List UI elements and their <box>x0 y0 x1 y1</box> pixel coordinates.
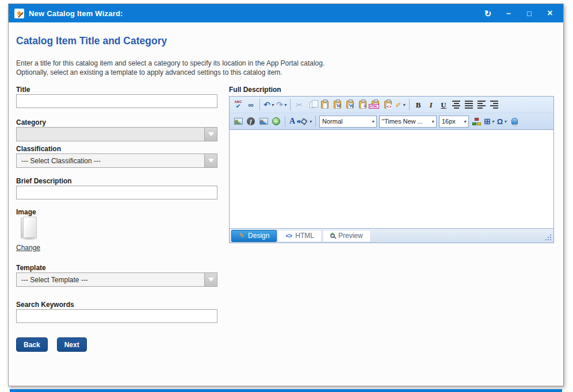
media-manager-button[interactable] <box>257 115 270 128</box>
dropdown-caret-icon: ▾ <box>504 119 506 124</box>
paragraph-style-dropdown[interactable]: Normal ▾ <box>319 116 377 128</box>
tab-html-label: HTML <box>295 232 314 240</box>
justify-button[interactable] <box>463 98 475 111</box>
toolbar-separator <box>259 99 260 110</box>
editor-mode-bar: ✎ Design <> HTML + Preview <box>230 229 553 243</box>
font-name-dropdown[interactable]: "Times New ... ▾ <box>379 116 437 128</box>
globe-link-icon: ∞ <box>272 117 280 125</box>
align-right-button[interactable] <box>488 98 501 111</box>
underline-icon: U <box>441 101 446 109</box>
hyperlink-manager-button[interactable]: ∞ <box>270 115 282 128</box>
underline-button[interactable]: U <box>437 98 450 111</box>
table-icon: ⊞ <box>484 117 491 125</box>
align-left-icon <box>478 101 486 109</box>
editor-content-area[interactable] <box>230 130 553 229</box>
bottom-window-edge <box>10 389 562 392</box>
dropdown-caret-icon: ▾ <box>284 102 286 107</box>
tab-design[interactable]: ✎ Design <box>231 230 277 242</box>
wizard-app-icon: ★ <box>14 9 24 18</box>
intro-text: Enter a title for this catalog item and … <box>16 59 324 77</box>
copy-button[interactable] <box>305 98 318 111</box>
intro-line-1: Enter a title for this catalog item and … <box>16 59 324 68</box>
search-keywords-input[interactable] <box>16 309 217 323</box>
align-center-button[interactable] <box>450 98 463 111</box>
insert-table-button[interactable]: ⊞▾ <box>483 115 495 128</box>
paste-icon <box>321 101 328 109</box>
paste-from-word-strip-button[interactable]: W <box>343 98 356 111</box>
editor-toolbar: ABC ✔ ∞ ↶▾ ↷▾ ✂ W W ≡ HTM <box>230 97 553 130</box>
paste-as-html-button[interactable]: HTML <box>369 98 381 111</box>
maximize-button[interactable]: □ <box>525 10 533 17</box>
template-select[interactable]: --- Select Template --- <box>16 272 217 287</box>
redo-button[interactable]: ↷▾ <box>275 98 288 111</box>
title-label: Title <box>16 86 30 94</box>
paste-from-word-strip-icon: W <box>346 101 354 109</box>
paste-from-word-button[interactable]: W <box>331 98 343 111</box>
redo-icon: ↷ <box>276 101 283 109</box>
format-stripper-icon: ✎ <box>395 102 402 107</box>
wizard-buttons: Back Next <box>16 337 87 352</box>
search-keywords-label: Search Keywords <box>16 301 74 309</box>
catalog-item-image <box>21 216 38 240</box>
intro-line-2: Optionally, select an existing a templat… <box>16 68 324 77</box>
tab-preview[interactable]: + Preview <box>323 230 370 242</box>
close-button[interactable]: × <box>546 9 554 18</box>
undo-button[interactable]: ↶▾ <box>262 98 275 111</box>
bold-icon: B <box>416 101 421 109</box>
dropdown-caret-icon: ▾ <box>464 119 466 124</box>
classification-label: Classification <box>16 145 61 153</box>
find-replace-button[interactable]: ∞ <box>245 98 257 111</box>
dropdown-caret-icon: ▾ <box>492 119 494 124</box>
classification-value: --- Select Classification --- <box>21 157 101 165</box>
spellcheck-button[interactable]: ABC ✔ <box>232 98 245 111</box>
font-size-dropdown[interactable]: 16px ▾ <box>439 116 469 128</box>
insert-snippet-button[interactable] <box>470 115 483 128</box>
binoculars-icon: ∞ <box>248 101 253 109</box>
change-image-link[interactable]: Change <box>16 244 40 252</box>
refresh-button[interactable]: ↻ <box>484 9 492 18</box>
image-manager-button[interactable] <box>232 115 245 128</box>
justify-icon <box>465 101 473 109</box>
code-brackets-icon: <> <box>285 232 292 239</box>
paste-button[interactable] <box>318 98 331 111</box>
window-title: New Catalog Item Wizard: <box>29 9 123 18</box>
classification-dropdown-arrow-icon[interactable] <box>204 154 217 167</box>
wizard-window: ★ New Catalog Item Wizard: ↻ – □ × Catal… <box>8 3 564 386</box>
minimize-button[interactable]: – <box>505 9 513 17</box>
image-icon <box>234 118 243 125</box>
title-input[interactable] <box>16 94 217 108</box>
next-button[interactable]: Next <box>57 337 87 352</box>
classification-select[interactable]: --- Select Classification --- <box>16 153 217 168</box>
resize-grip[interactable] <box>545 234 552 241</box>
insert-object-button[interactable] <box>508 115 521 128</box>
category-label: Category <box>16 118 46 126</box>
align-left-button[interactable] <box>475 98 488 111</box>
window-controls: ↻ – □ × <box>484 9 557 18</box>
insert-object-icon <box>511 118 518 125</box>
paste-plain-text-icon: ≡ <box>359 101 366 109</box>
magnifier-icon: + <box>330 233 335 238</box>
back-button[interactable]: Back <box>16 337 48 352</box>
category-dropdown-arrow-icon[interactable] <box>204 128 217 141</box>
tab-preview-label: Preview <box>338 232 363 240</box>
format-stripper-button[interactable]: ✎▾ <box>394 98 407 111</box>
paste-plain-text-button[interactable]: ≡ <box>356 98 369 111</box>
page-title: Catalog Item Title and Category <box>16 35 167 47</box>
paste-html-button[interactable]: <> <box>381 98 394 111</box>
flash-manager-button[interactable]: f <box>245 115 257 128</box>
italic-icon: I <box>429 101 432 109</box>
bold-button[interactable]: B <box>412 98 425 111</box>
insert-symbol-button[interactable]: Ω▾ <box>495 115 508 128</box>
template-dropdown-arrow-icon[interactable] <box>204 273 217 286</box>
tab-html[interactable]: <> HTML <box>278 230 322 242</box>
category-select[interactable] <box>16 127 217 141</box>
font-size-value: 16px <box>442 118 461 125</box>
pencil-icon: ✎ <box>239 232 245 240</box>
undo-icon: ↶ <box>263 101 270 109</box>
dropdown-caret-icon: ▾ <box>272 102 274 107</box>
brief-description-input[interactable] <box>16 186 217 199</box>
italic-button[interactable]: I <box>425 98 437 111</box>
background-color-button[interactable]: ▾ <box>300 115 313 128</box>
template-value: --- Select Template --- <box>21 276 88 284</box>
cut-button[interactable]: ✂ <box>293 98 305 111</box>
